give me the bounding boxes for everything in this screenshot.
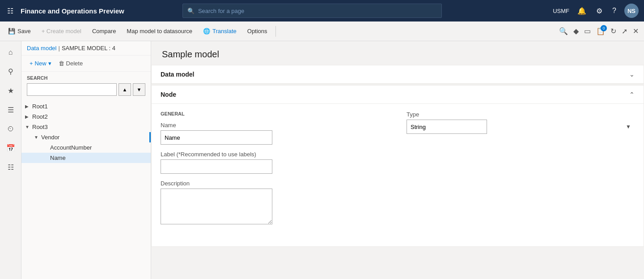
home-icon-button[interactable]: ⌂: [5, 45, 17, 60]
compare-button[interactable]: Compare: [88, 25, 120, 37]
data-model-section: Data model ⌄: [151, 65, 644, 84]
data-model-section-title: Data model: [161, 71, 194, 78]
tree-node-label: Vendor: [41, 134, 59, 141]
breadcrumb-separator: |: [58, 45, 59, 52]
app-title: Finance and Operations Preview: [21, 7, 124, 15]
node-collapse-icon: ⌃: [629, 91, 635, 98]
new-dropdown-icon: ▾: [48, 60, 51, 67]
description-form-group: Description: [161, 180, 389, 226]
type-form-group: Type String Integer Real Date DateTime B…: [407, 111, 635, 134]
page-title: Sample model: [151, 41, 644, 65]
list-icon-button[interactable]: ☷: [4, 159, 17, 175]
delete-label: Delete: [66, 60, 83, 67]
tree-node-label: Root1: [32, 103, 48, 110]
node-section: Node ⌃ GENERAL Name Label (*Recommended …: [151, 85, 644, 247]
tree: ▶ Root1 ▶ Root2 ▼ Root3 ▼ Vendor Account…: [21, 99, 151, 279]
map-model-button[interactable]: Map model to datasource: [122, 25, 197, 37]
search-down-button[interactable]: ▼: [133, 83, 145, 96]
translate-label: Translate: [212, 28, 237, 34]
settings-gear-button[interactable]: ⚙: [594, 5, 604, 17]
save-icon: 💾: [8, 28, 15, 34]
tree-node-label: AccountNumber: [50, 144, 92, 151]
breadcrumb-data-model[interactable]: Data model: [27, 45, 56, 52]
tree-item[interactable]: ▶ Root2: [21, 112, 151, 122]
expand-icon: ▶: [25, 104, 32, 109]
toolbar: 💾 Save + Create model Compare Map model …: [0, 21, 644, 41]
save-button[interactable]: 💾 Save: [4, 25, 35, 37]
top-nav: ☷ Finance and Operations Preview 🔍 USMF …: [0, 0, 644, 21]
tree-item[interactable]: ▼ Root3: [21, 122, 151, 132]
refresh-button[interactable]: ↻: [609, 25, 618, 37]
name-input[interactable]: [161, 130, 272, 145]
tree-actions: + New ▾ 🗑 Delete: [21, 56, 151, 72]
node-section-header[interactable]: Node ⌃: [152, 86, 644, 104]
expand-icon: ▼: [34, 135, 41, 140]
form-row-general: GENERAL Name Label (*Recommended to use …: [161, 111, 635, 232]
tree-panel: Data model | SAMPLE MODEL : 4 + New ▾ 🗑 …: [21, 41, 151, 279]
notification-bell-button[interactable]: 🔔: [576, 5, 588, 17]
node-section-body: GENERAL Name Label (*Recommended to use …: [152, 104, 644, 246]
description-label: Description: [161, 180, 389, 187]
trash-icon: 🗑: [59, 60, 64, 67]
expand-icon: ▼: [25, 124, 32, 129]
tree-search-row: ▲ ▼: [27, 83, 145, 96]
open-in-new-button[interactable]: ➚: [620, 25, 629, 37]
view-button[interactable]: ▭: [582, 25, 593, 37]
search-icon: 🔍: [187, 8, 195, 14]
breadcrumb-current: SAMPLE MODEL : 4: [62, 45, 115, 52]
expand-icon: ▶: [25, 114, 32, 119]
tree-item[interactable]: ▶ Root1: [21, 101, 151, 112]
create-model-label: + Create model: [42, 28, 81, 34]
name-form-group: Name: [161, 122, 389, 145]
side-icons: ⌂ ⚲ ★ ☰ ⏲ 📅 ☷: [0, 41, 21, 279]
help-button[interactable]: ?: [610, 5, 618, 17]
hamburger-menu-button[interactable]: ☷: [5, 5, 15, 17]
general-label: GENERAL: [161, 111, 389, 116]
expand-icon: [43, 145, 50, 150]
tree-item[interactable]: ▼ Vendor: [21, 132, 151, 142]
save-label: Save: [17, 28, 31, 34]
translate-button[interactable]: 🌐 Translate: [199, 25, 241, 37]
tree-search-area: SEARCH ▲ ▼: [21, 72, 151, 99]
select-arrow-icon: ▼: [626, 124, 631, 130]
name-label: Name: [161, 122, 389, 129]
compare-label: Compare: [92, 28, 116, 34]
calendar-icon-button[interactable]: 📅: [3, 140, 19, 156]
global-search-input[interactable]: [198, 8, 437, 14]
label-form-group: Label (*Recommended to use labels): [161, 151, 389, 174]
tree-item-selected[interactable]: Name: [21, 153, 151, 163]
delete-button[interactable]: 🗑 Delete: [56, 58, 86, 69]
new-button[interactable]: + New ▾: [27, 58, 54, 69]
favorites-icon-button[interactable]: ★: [4, 83, 17, 99]
user-avatar[interactable]: NS: [624, 4, 639, 18]
close-button[interactable]: ✕: [631, 25, 640, 37]
top-nav-right: USMF 🔔 ⚙ ? NS: [553, 4, 639, 18]
type-select-wrapper: String Integer Real Date DateTime Boolea…: [407, 120, 635, 134]
plus-icon: +: [30, 60, 33, 67]
drag-indicator: [149, 132, 151, 142]
company-label: USMF: [553, 8, 569, 14]
menu-icon-button[interactable]: ☰: [4, 102, 17, 118]
designer-button[interactable]: ◆: [572, 25, 580, 37]
expand-icon: [43, 155, 50, 160]
type-select[interactable]: String Integer Real Date DateTime Boolea…: [407, 120, 487, 134]
filter-icon-button[interactable]: ⚲: [4, 64, 17, 79]
global-search-bar: 🔍: [182, 4, 442, 18]
main-layout: ⌂ ⚲ ★ ☰ ⏲ 📅 ☷ Data model | SAMPLE MODEL …: [0, 41, 644, 279]
tree-item[interactable]: AccountNumber: [21, 142, 151, 153]
tree-search-input[interactable]: [27, 83, 117, 96]
options-button[interactable]: Options: [243, 25, 272, 37]
data-model-collapse-icon: ⌄: [629, 71, 635, 78]
create-model-button[interactable]: + Create model: [37, 25, 86, 37]
toolbar-separator: [275, 26, 276, 37]
label-field-label: Label (*Recommended to use labels): [161, 151, 389, 158]
notification-badge: 0: [601, 25, 607, 31]
label-input[interactable]: [161, 159, 272, 174]
search-up-button[interactable]: ▲: [119, 83, 131, 96]
notification-count-button[interactable]: 📋 0: [594, 25, 607, 37]
description-input[interactable]: [161, 189, 272, 224]
clock-icon-button[interactable]: ⏲: [4, 121, 18, 137]
toolbar-search-button[interactable]: 🔍: [557, 25, 570, 37]
type-label: Type: [407, 111, 635, 118]
data-model-section-header[interactable]: Data model ⌄: [152, 65, 644, 84]
